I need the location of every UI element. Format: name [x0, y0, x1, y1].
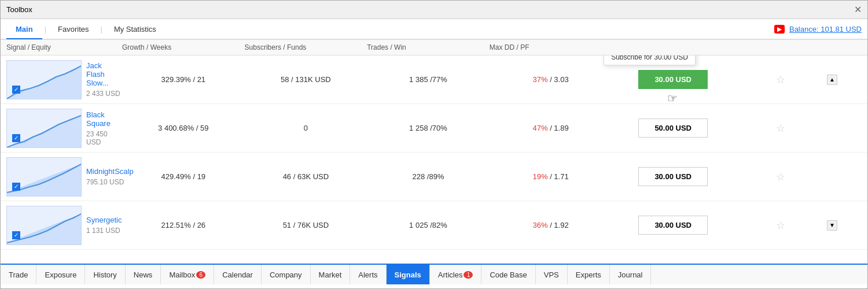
tab-bar-right: ▶ Balance: 101.81 USD	[774, 25, 862, 34]
table-row: ✓ Black Square 23 450 USD 3 400.68% / 59…	[1, 104, 867, 153]
header-growth-weeks: Growth / Weeks	[122, 43, 245, 51]
star-button-1[interactable]: ☆	[774, 73, 788, 86]
header-empty	[612, 43, 734, 51]
signal-cell-3: ✓ MidnightScalp 795.10 USD	[6, 157, 122, 197]
nav-item-news[interactable]: News	[126, 265, 161, 284]
subscribe-button-4[interactable]: 30.00 USD	[638, 216, 708, 235]
svg-marker-0	[7, 65, 82, 99]
balance-link[interactable]: Balance: 101.81 USD	[789, 25, 862, 34]
youtube-icon: ▶	[774, 25, 785, 34]
star-cell-4: ☆	[734, 219, 827, 232]
signal-cell-1: ✓ Jack Flash Slow... 2 433 USD	[6, 60, 122, 99]
star-button-3[interactable]: ☆	[774, 171, 788, 183]
checkbox-3[interactable]: ✓	[12, 183, 20, 191]
star-cell-3: ☆	[734, 171, 827, 183]
header-empty4	[850, 43, 862, 51]
nav-badge-articles: 1	[464, 271, 473, 279]
header-max-dd-pf: Max DD / PF	[490, 43, 612, 51]
table-row: ✓ MidnightScalp 795.10 USD 429.49% / 19 …	[1, 153, 867, 201]
star-cell-2: ☆	[734, 122, 827, 135]
maxdd-1: 37% / 3.03	[490, 75, 612, 84]
trades-4: 1 025 /82%	[367, 221, 490, 229]
scroll-arrow-up[interactable]: ▲	[827, 75, 837, 85]
nav-item-code-base[interactable]: Code Base	[481, 265, 535, 284]
nav-item-company[interactable]: Company	[262, 265, 311, 284]
nav-badge-mailbox: 6	[196, 271, 205, 279]
checkbox-1[interactable]: ✓	[12, 86, 20, 94]
nav-item-market[interactable]: Market	[311, 265, 351, 284]
table-row: ✓ Jack Flash Slow... 2 433 USD 329.39% /…	[1, 55, 867, 104]
nav-item-mailbox[interactable]: Mailbox6	[161, 265, 214, 284]
growth-2: 3 400.68% / 59	[122, 124, 245, 132]
nav-item-signals[interactable]: Signals	[387, 265, 430, 284]
subscribers-2: 0	[245, 124, 367, 132]
checkbox-2[interactable]: ✓	[12, 134, 20, 142]
header-subscribers-funds: Subscribers / Funds	[245, 43, 367, 51]
tab-bar-left: Main | Favorites | My Statistics	[6, 20, 165, 38]
tab-main[interactable]: Main	[6, 20, 42, 39]
nav-item-experts[interactable]: Experts	[568, 265, 610, 284]
table-header: Signal / Equity Growth / Weeks Subscribe…	[1, 40, 867, 55]
nav-item-history[interactable]: History	[85, 265, 125, 284]
header-signal-equity: Signal / Equity	[6, 43, 122, 51]
trades-2: 1 258 /70%	[367, 124, 490, 132]
checkbox-4[interactable]: ✓	[12, 231, 20, 239]
signal-equity-4: 1 131 USD	[86, 227, 122, 235]
title-bar: Toolbox ✕	[1, 1, 867, 19]
maxdd-2: 47% / 1.89	[490, 124, 612, 132]
nav-item-alerts[interactable]: Alerts	[350, 265, 386, 284]
nav-item-vps[interactable]: VPS	[536, 265, 568, 284]
signal-equity-1: 2 433 USD	[86, 90, 122, 98]
tab-separator-1: |	[45, 25, 46, 34]
subscribe-button-1[interactable]: 30.00 USD	[638, 70, 708, 89]
growth-1: 329.39% / 21	[122, 75, 245, 84]
maxdd-3: 19% / 1.71	[490, 172, 612, 181]
maxdd-4: 36% / 1.92	[490, 221, 612, 229]
trades-3: 228 /89%	[367, 172, 490, 181]
signal-info-2: Black Square 23 450 USD	[86, 110, 122, 146]
subscribe-tooltip-1: Subscribe for 30.00 USD	[604, 55, 696, 65]
trades-1: 1 385 /77%	[367, 75, 490, 84]
nav-item-trade[interactable]: Trade	[1, 265, 36, 284]
header-empty3	[827, 43, 850, 51]
nav-item-calendar[interactable]: Calendar	[214, 265, 262, 284]
nav-item-articles[interactable]: Articles1	[430, 265, 482, 284]
nav-item-journal[interactable]: Journal	[610, 265, 652, 284]
bottom-nav: TradeExposureHistoryNewsMailbox6Calendar…	[1, 264, 867, 284]
subscribers-3: 46 / 63K USD	[245, 172, 367, 181]
signal-cell-4: ✓ Synergetic 1 131 USD	[6, 206, 122, 245]
price-cell-1: Subscribe for 30.00 USD 30.00 USD ☞	[612, 70, 734, 89]
price-cell-4: 30.00 USD	[612, 216, 734, 235]
table-body: ✓ Jack Flash Slow... 2 433 USD 329.39% /…	[1, 55, 867, 264]
signal-cell-2: ✓ Black Square 23 450 USD	[6, 109, 122, 148]
signal-name-2[interactable]: Black Square	[86, 110, 122, 128]
table-row: ✓ Synergetic 1 131 USD 212.51% / 26 51 /…	[1, 201, 867, 250]
close-button[interactable]: ✕	[854, 4, 862, 15]
subscribers-4: 51 / 76K USD	[245, 221, 367, 229]
header-empty2	[734, 43, 827, 51]
star-button-2[interactable]: ☆	[774, 122, 788, 135]
signal-info-4: Synergetic 1 131 USD	[86, 216, 122, 235]
signal-info-1: Jack Flash Slow... 2 433 USD	[86, 61, 122, 98]
tab-my-statistics[interactable]: My Statistics	[105, 20, 165, 39]
tooltip-wrapper-1: Subscribe for 30.00 USD 30.00 USD ☞	[638, 70, 708, 89]
subscribe-button-2[interactable]: 50.00 USD	[638, 118, 708, 138]
scroll-arrow-down[interactable]: ▼	[827, 220, 837, 231]
signal-name-4[interactable]: Synergetic	[86, 216, 122, 224]
header-trades-win: Trades / Win	[367, 43, 490, 51]
cursor-hand-icon: ☞	[667, 91, 678, 105]
star-button-4[interactable]: ☆	[774, 219, 788, 232]
tab-favorites[interactable]: Favorites	[49, 20, 98, 39]
signal-equity-2: 23 450 USD	[86, 130, 122, 146]
growth-4: 212.51% / 26	[122, 221, 245, 229]
subscribers-1: 58 / 131K USD	[245, 75, 367, 84]
price-cell-3: 30.00 USD	[612, 167, 734, 186]
subscribe-button-3[interactable]: 30.00 USD	[638, 167, 708, 186]
tab-bar: Main | Favorites | My Statistics ▶ Balan…	[1, 19, 867, 40]
star-cell-1: ☆	[734, 73, 827, 86]
growth-3: 429.49% / 19	[122, 172, 245, 181]
title-bar-title: Toolbox	[6, 5, 32, 14]
nav-item-exposure[interactable]: Exposure	[36, 265, 85, 284]
signal-name-1[interactable]: Jack Flash Slow...	[86, 61, 122, 87]
price-cell-2: 50.00 USD	[612, 118, 734, 138]
